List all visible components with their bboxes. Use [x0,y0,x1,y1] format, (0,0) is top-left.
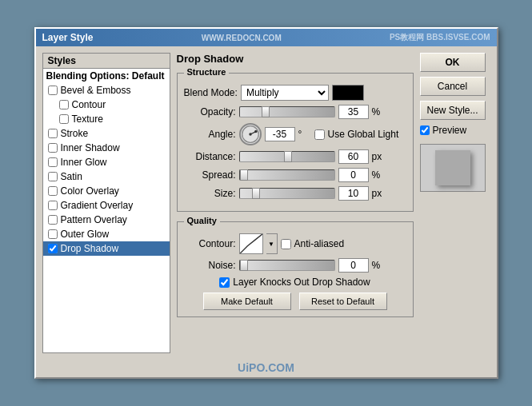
opacity-thumb[interactable] [262,106,270,117]
contour-label: Contour: [184,238,236,249]
inner-shadow-checkbox[interactable] [48,143,58,153]
distance-thumb[interactable] [284,151,292,162]
cancel-button[interactable]: Cancel [420,77,486,96]
spread-thumb[interactable] [240,169,248,181]
svg-point-3 [254,130,257,133]
title-bar: Layer Style WWW.REDOCN.COM PS教程网 BBS.ISV… [36,29,497,46]
dialog-body: Styles Blending Options: Default Bevel &… [36,46,497,360]
title-bar-text: Layer Style [42,32,94,43]
center-panel: Drop Shadow Structure Blend Mode: Multip… [177,53,414,353]
angle-row: Angle: ° Use Global Light [184,123,406,145]
opacity-slider[interactable] [239,106,335,117]
noise-input[interactable] [338,258,369,273]
inner-shadow-label: Inner Shadow [61,142,120,153]
distance-slider[interactable] [239,151,335,162]
sidebar-item-blending[interactable]: Blending Options: Default [43,69,170,83]
blend-mode-label: Blend Mode: [184,87,238,98]
contour-thumbnail[interactable] [239,233,263,254]
reset-to-default-button[interactable]: Reset to Default [299,293,387,310]
preview-checkbox[interactable] [420,125,430,135]
sidebar-item-satin[interactable]: Satin [43,169,170,184]
pattern-overlay-label: Pattern Overlay [61,214,127,225]
sidebar-item-drop-shadow[interactable]: Drop Shadow [43,241,170,256]
sidebar-item-inner-glow[interactable]: Inner Glow [43,155,170,169]
distance-row: Distance: px [184,149,406,164]
layer-style-dialog: Layer Style WWW.REDOCN.COM PS教程网 BBS.ISV… [34,27,498,379]
sidebar-item-contour[interactable]: Contour [43,98,170,112]
noise-label: Noise: [184,260,236,271]
sidebar-item-pattern-overlay[interactable]: Pattern Overlay [43,213,170,227]
size-unit: px [372,188,385,199]
ok-button[interactable]: OK [420,53,486,72]
gradient-overlay-label: Gradient Overlay [61,200,134,211]
sidebar-item-inner-shadow[interactable]: Inner Shadow [43,141,170,155]
stroke-checkbox[interactable] [48,129,58,138]
bevel-checkbox[interactable] [48,86,58,95]
bevel-label: Bevel & Emboss [61,85,131,96]
outer-glow-checkbox[interactable] [48,229,58,239]
sidebar-item-stroke[interactable]: Stroke [43,126,170,141]
texture-checkbox[interactable] [59,114,69,124]
drop-shadow-checkbox[interactable] [48,244,58,253]
texture-label: Texture [72,113,103,125]
anti-aliased-checkbox[interactable] [281,239,291,249]
spread-label: Spread: [184,169,236,181]
preview-row: Preview [420,125,490,136]
color-overlay-checkbox[interactable] [48,186,58,196]
gradient-overlay-checkbox[interactable] [48,201,58,210]
color-swatch[interactable] [332,85,364,101]
sidebar-item-gradient-overlay[interactable]: Gradient Overlay [43,198,170,213]
noise-row: Noise: % [184,258,406,273]
spread-slider[interactable] [239,169,335,181]
contour-checkbox[interactable] [59,100,69,109]
layer-knocks-checkbox[interactable] [219,277,230,288]
styles-list: Blending Options: Default Bevel & Emboss… [42,68,170,353]
watermark: WWW.REDOCN.COM [202,34,282,42]
size-slider[interactable] [239,188,335,199]
contour-label: Contour [72,99,106,110]
structure-title: Structure [184,67,230,77]
blend-mode-row: Blend Mode: Multiply [184,85,406,101]
size-thumb[interactable] [252,188,260,199]
size-input[interactable] [338,186,369,201]
pattern-overlay-checkbox[interactable] [48,215,58,225]
sidebar-item-outer-glow[interactable]: Outer Glow [43,227,170,241]
spread-input[interactable] [338,168,369,182]
sidebar-item-color-overlay[interactable]: Color Overlay [43,184,170,198]
size-row: Size: px [184,186,406,201]
distance-input[interactable] [338,149,369,164]
spread-row: Spread: % [184,168,406,182]
satin-checkbox[interactable] [48,172,58,181]
satin-label: Satin [61,171,82,182]
styles-header: Styles [42,53,170,68]
structure-group: Structure Blend Mode: Multiply Opacity: [177,73,414,212]
angle-unit: ° [298,129,311,140]
layer-knocks-label: Layer Knocks Out Drop Shadow [233,277,370,288]
top-right-watermark: PS教程网 BBS.ISVSE.COM [390,32,490,43]
distance-label: Distance: [184,151,236,162]
opacity-label: Opacity: [184,106,236,117]
stroke-label: Stroke [61,128,89,139]
sidebar-item-bevel[interactable]: Bevel & Emboss [43,83,170,98]
global-light-label: Use Global Light [328,129,399,140]
preview-label-text: Preview [433,125,467,136]
angle-input[interactable] [265,127,295,141]
noise-slider[interactable] [239,260,335,271]
angle-dial[interactable] [239,123,262,145]
make-default-button[interactable]: Make Default [203,293,291,310]
drop-shadow-label: Drop Shadow [61,243,119,254]
noise-thumb[interactable] [240,260,248,271]
preview-box [420,144,486,192]
sidebar-item-texture[interactable]: Texture [43,112,170,126]
outer-glow-label: Outer Glow [61,229,110,240]
new-style-button[interactable]: New Style... [420,101,486,120]
contour-dropdown-btn[interactable]: ▼ [266,233,278,254]
inner-glow-checkbox[interactable] [48,157,58,167]
color-overlay-label: Color Overlay [61,185,119,197]
opacity-input[interactable] [338,105,369,119]
contour-row: Contour: ▼ Anti-aliased [184,233,406,254]
size-label: Size: [184,188,236,199]
global-light-checkbox[interactable] [314,129,325,140]
noise-unit: % [372,260,385,271]
blend-mode-select[interactable]: Multiply [241,85,329,101]
